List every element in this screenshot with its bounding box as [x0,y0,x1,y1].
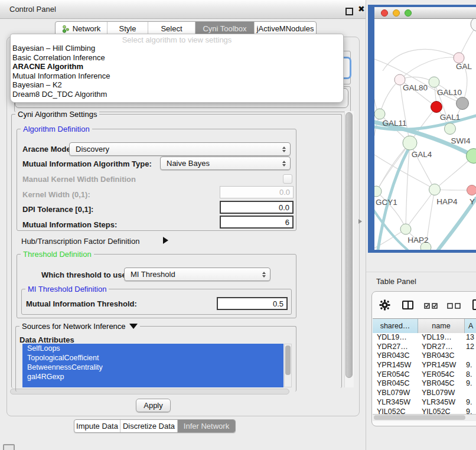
which-threshold-combobox[interactable]: MI Threshold [124,268,270,281]
network-node-label: GAL10 [437,88,462,97]
table-cell: 9. [465,398,476,407]
data-attribute-item-selected[interactable]: BetweennessCentrality [22,363,283,372]
hub-section-label[interactable]: Hub/Transcription Factor Definition [21,237,139,246]
network-node[interactable] [457,97,469,110]
column-header-shared-name[interactable]: shared… [373,319,418,333]
data-attributes-label: Data Attributes [19,335,74,344]
aracne-mode-combobox[interactable]: Discovery [69,142,291,156]
deselect-all-checks-icon[interactable] [447,303,461,309]
mi-threshold-definition-title: MI Threshold Definition [25,285,109,294]
network-graph[interactable]: GALGAL80GAL10GAL1GAL11SWI4GAL4GCY1HAP4YH… [374,19,476,250]
network-node[interactable] [431,102,442,113]
dropdown-item[interactable]: Bayesian – K2 [11,80,343,90]
data-attribute-item-selected[interactable]: gal4RGexp [22,372,283,381]
network-edge[interactable] [406,190,435,229]
window-minimize-button[interactable] [393,9,400,17]
network-edge[interactable] [380,80,400,114]
data-attribute-item-selected[interactable]: TopologicalCoefficient [22,353,283,363]
table-cell: 9. [465,407,476,415]
table-panel-title: Table Panel [376,277,416,286]
window-close-button[interactable] [381,9,388,17]
kernel-width-input[interactable] [220,186,294,198]
collapse-arrow-icon[interactable] [129,324,138,329]
table-horizontal-scrollbar-thumb[interactable] [374,415,465,420]
network-node-label: GAL1 [440,113,461,122]
dropdown-item-selected[interactable]: ARACNE Algorithm [11,62,343,71]
network-canvas[interactable]: GALGAL80GAL10GAL1GAL11SWI4GAL4GCY1HAP4YH… [374,19,476,250]
table-row[interactable]: YBR045CYBR045C9. [373,379,476,389]
dropdown-item[interactable]: Basic Correlation Inference [11,53,343,63]
table-row[interactable]: YBR043CYBR043C [373,351,476,361]
dropdown-item[interactable]: Mutual Information Inference [11,71,343,81]
docked-panel-icon[interactable] [3,444,15,450]
close-icon[interactable]: ✖ [358,4,365,14]
network-node-label: SWI4 [451,136,470,145]
network-window-titlebar[interactable] [374,7,476,19]
aracne-mode-value: Discovery [76,145,109,154]
manual-kernel-width-checkbox[interactable] [283,174,292,184]
panel-resize-arrow-icon[interactable] [358,219,362,224]
window-zoom-button[interactable] [405,9,412,17]
table-cell: YDL19… [418,333,465,343]
table-cell: YBR043C [418,351,465,361]
settings-vertical-scrollbar-thumb[interactable] [345,112,353,378]
table-body: YDL19…YDL19…13YDR27…YDR27…12YBR043CYBR04… [373,333,476,414]
network-node[interactable] [400,224,411,234]
table-row[interactable]: YLR345WYLR345W9. [373,398,476,407]
tab-network-label: Network [73,24,101,33]
network-node[interactable] [429,184,441,195]
network-node-label: GAL11 [382,119,406,128]
tab-cyni-toolbox-label: Cyni Toolbox [203,24,246,33]
list-scrollbar-thumb[interactable] [285,345,291,375]
table-row[interactable]: YDL19…YDL19…13 [373,333,476,343]
column-header-partial[interactable]: A [465,319,476,333]
table-row[interactable]: YIL052CYIL052C9. [373,407,476,415]
network-node[interactable] [445,123,456,135]
tab-discretize-data[interactable]: Discretize Data [120,420,178,432]
gear-icon[interactable] [379,299,390,313]
dropdown-item[interactable]: Dream8 DC_TDC Algorithm [11,90,343,99]
apply-button[interactable]: Apply [136,399,171,412]
table-row[interactable]: YDR27…YDR27…12 [373,343,476,352]
table-cell: YER054C [373,370,418,380]
network-node-label: HAP2 [407,236,428,244]
tab-infer-network[interactable]: Infer Network [178,420,235,432]
select-all-checks-icon[interactable] [424,303,438,309]
mi-threshold-input[interactable] [217,297,288,310]
dpi-tolerance-input[interactable] [220,201,294,214]
control-panel-titlebar: Control Panel ✖ [0,0,366,19]
table-cell: YIL052C [418,407,465,415]
network-node[interactable] [471,19,476,31]
network-node[interactable] [467,185,476,195]
network-node[interactable] [429,77,439,87]
split-columns-icon[interactable] [402,301,413,309]
network-node[interactable] [374,109,385,119]
mi-algorithm-type-value: Naive Bayes [167,159,210,168]
dropdown-item[interactable]: Bayesian – Hill Climbing [11,44,343,53]
aracne-mode-label: Aracne Mode: [22,145,73,154]
dpi-tolerance-label: DPI Tolerance [0,1]: [22,205,93,214]
float-window-icon[interactable] [345,8,353,15]
data-attribute-item-selected[interactable]: SelfLoops [22,344,283,353]
mi-algorithm-type-combobox[interactable]: Naive Bayes [160,156,291,170]
document-icon[interactable] [472,299,476,310]
table-row[interactable]: YBL079WYBL079W [373,389,476,398]
mi-steps-input[interactable] [220,216,294,229]
network-edge-highlighted[interactable] [438,198,476,250]
tab-discretize-data-label: Discretize Data [123,422,175,431]
tab-style-label: Style [119,24,136,33]
expand-arrow-icon[interactable] [163,237,168,244]
table-cell: 8. [465,370,476,380]
combo-arrows-icon [282,146,286,152]
table-cell: YBR045C [418,379,465,389]
column-header-name[interactable]: name [418,319,465,333]
table-row[interactable]: YPR145WYPR145W9. [373,361,476,370]
apply-button-label: Apply [144,401,163,410]
network-edge[interactable] [435,156,474,190]
network-edge[interactable] [400,57,459,80]
table-row[interactable]: YER054CYER054C8. [373,370,476,380]
screen: { "control_panel": { "title": "Control P… [0,0,476,450]
network-node[interactable] [403,136,417,150]
tab-impute-data[interactable]: Impute Data [74,420,120,432]
network-node-label: GAL80 [403,83,428,92]
